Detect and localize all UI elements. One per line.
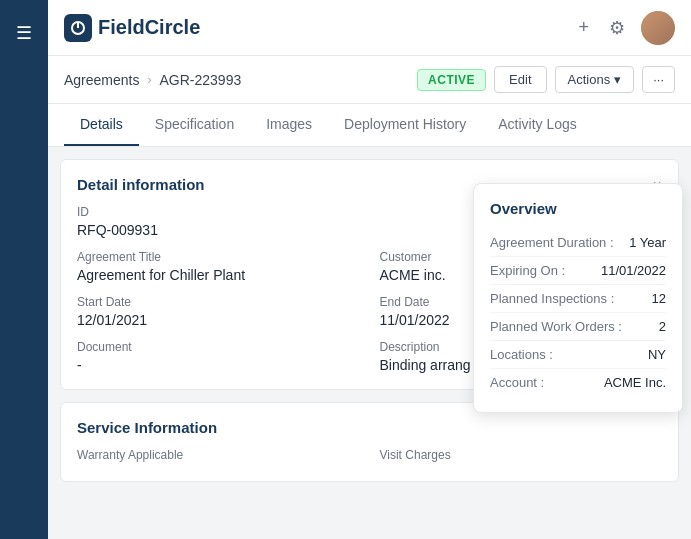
overview-row-label: Locations : (490, 347, 553, 362)
overview-row-value: 2 (659, 319, 666, 334)
tab-activity-logs[interactable]: Activity Logs (482, 104, 593, 146)
visit-charges-label: Visit Charges (380, 448, 663, 462)
settings-button[interactable]: ⚙ (605, 13, 629, 43)
breadcrumb-parent-link[interactable]: Agreements (64, 72, 139, 88)
logo-icon (64, 14, 92, 42)
start-date-label: Start Date (77, 295, 360, 309)
overview-row: Locations :NY (490, 341, 666, 369)
actions-label: Actions (568, 72, 611, 87)
overview-popup: Overview Agreement Duration :1 YearExpir… (473, 183, 683, 413)
actions-chevron-icon: ▾ (614, 72, 621, 87)
document-label: Document (77, 340, 360, 354)
overview-row-value: ACME Inc. (604, 375, 666, 390)
logo-svg (70, 20, 86, 36)
hamburger-menu-icon[interactable]: ☰ (8, 14, 40, 52)
content-area: Detail information ∨ ID RFQ-009931 Agree… (48, 147, 691, 539)
tab-details[interactable]: Details (64, 104, 139, 146)
overview-row: Agreement Duration :1 Year (490, 229, 666, 257)
detail-card-title: Detail information (77, 176, 205, 193)
service-fields-row: Warranty Applicable Visit Charges (77, 448, 662, 465)
overview-row-value: 12 (652, 291, 666, 306)
overview-row: Expiring On :11/01/2022 (490, 257, 666, 285)
header: FieldCircle + ⚙ (48, 0, 691, 56)
overview-rows: Agreement Duration :1 YearExpiring On :1… (490, 229, 666, 396)
tab-deployment-history[interactable]: Deployment History (328, 104, 482, 146)
breadcrumb-actions: ACTIVE Edit Actions ▾ ··· (417, 66, 675, 93)
agreement-title-label: Agreement Title (77, 250, 360, 264)
overview-row-value: 11/01/2022 (601, 263, 666, 278)
overview-row-label: Expiring On : (490, 263, 565, 278)
add-button[interactable]: + (574, 13, 593, 42)
agreement-title-value: Agreement for Chiller Plant (77, 267, 360, 283)
logo: FieldCircle (64, 14, 200, 42)
overview-row-value: 1 Year (629, 235, 666, 250)
breadcrumb-separator: › (147, 73, 151, 87)
main-content: FieldCircle + ⚙ Agreements › AGR-223993 … (48, 0, 691, 539)
breadcrumb-current: AGR-223993 (159, 72, 241, 88)
overview-row: Planned Work Orders :2 (490, 313, 666, 341)
breadcrumb-bar: Agreements › AGR-223993 ACTIVE Edit Acti… (48, 56, 691, 104)
overview-row: Planned Inspections :12 (490, 285, 666, 313)
overview-row-label: Account : (490, 375, 544, 390)
tab-specification[interactable]: Specification (139, 104, 250, 146)
actions-button[interactable]: Actions ▾ (555, 66, 635, 93)
overview-title: Overview (490, 200, 666, 217)
more-button[interactable]: ··· (642, 66, 675, 93)
header-right: + ⚙ (574, 11, 675, 45)
warranty-label: Warranty Applicable (77, 448, 360, 462)
tab-images[interactable]: Images (250, 104, 328, 146)
start-date-field: Start Date 12/01/2021 (77, 295, 360, 328)
overview-row-value: NY (648, 347, 666, 362)
service-card-title: Service Information (77, 419, 662, 436)
overview-row-label: Planned Work Orders : (490, 319, 622, 334)
status-badge: ACTIVE (417, 69, 486, 91)
overview-row-label: Planned Inspections : (490, 291, 614, 306)
agreement-title-field: Agreement Title Agreement for Chiller Pl… (77, 250, 360, 283)
app-name: FieldCircle (98, 16, 200, 39)
service-info-card: Service Information Warranty Applicable … (60, 402, 679, 482)
sidebar: ☰ (0, 0, 48, 539)
edit-button[interactable]: Edit (494, 66, 546, 93)
start-date-value: 12/01/2021 (77, 312, 360, 328)
breadcrumb: Agreements › AGR-223993 (64, 72, 241, 88)
tabs-bar: Details Specification Images Deployment … (48, 104, 691, 147)
visit-charges-field: Visit Charges (380, 448, 663, 465)
document-value: - (77, 357, 360, 373)
header-left: FieldCircle (64, 14, 200, 42)
avatar[interactable] (641, 11, 675, 45)
overview-row-label: Agreement Duration : (490, 235, 614, 250)
avatar-image (641, 11, 675, 45)
document-field: Document - (77, 340, 360, 373)
warranty-field: Warranty Applicable (77, 448, 360, 465)
overview-row: Account :ACME Inc. (490, 369, 666, 396)
